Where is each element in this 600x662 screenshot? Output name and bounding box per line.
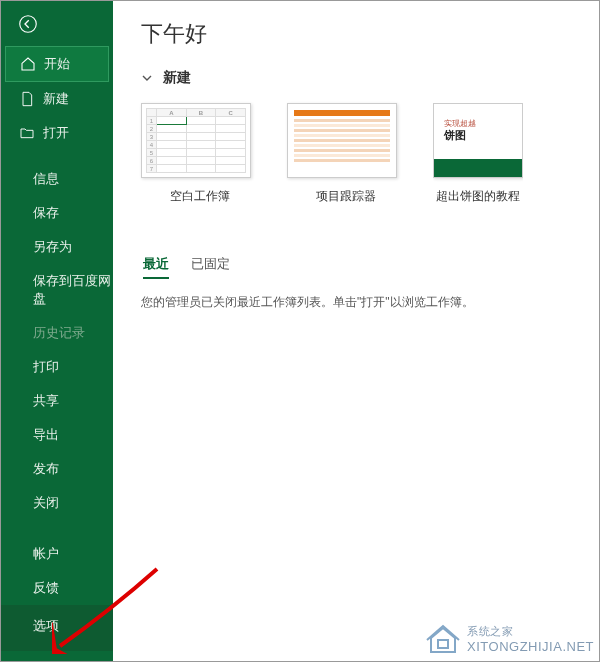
template-label: 项目跟踪器: [287, 188, 405, 205]
sidebar-item-feedback[interactable]: 反馈: [1, 571, 113, 605]
sidebar-item-label: 保存到百度网盘: [33, 272, 113, 308]
sidebar-item-label: 打印: [33, 358, 59, 376]
sidebar-item-label: 帐户: [33, 545, 59, 563]
template-thumbnail: [287, 103, 397, 178]
chevron-down-icon: [141, 72, 153, 84]
template-gallery: ABC 1 2 3 4 5 6 7 空白工作簿: [141, 103, 599, 205]
sidebar-item-share[interactable]: 共享: [1, 384, 113, 418]
template-blank-workbook[interactable]: ABC 1 2 3 4 5 6 7 空白工作簿: [141, 103, 259, 205]
template-label: 超出饼图的教程: [433, 188, 523, 205]
sidebar-item-label: 另存为: [33, 238, 72, 256]
recent-disabled-message: 您的管理员已关闭最近工作簿列表。单击"打开"以浏览工作簿。: [141, 293, 599, 312]
sidebar-item-label: 历史记录: [33, 324, 85, 342]
back-button[interactable]: [1, 1, 113, 46]
sidebar-item-label: 反馈: [33, 579, 59, 597]
sidebar-item-options[interactable]: 选项: [1, 605, 113, 651]
back-arrow-icon: [19, 15, 37, 33]
sidebar-item-info[interactable]: 信息: [1, 162, 113, 196]
folder-open-icon: [19, 125, 35, 141]
template-project-tracker[interactable]: 项目跟踪器: [287, 103, 405, 205]
sidebar-item-label: 导出: [33, 426, 59, 444]
sidebar-item-new[interactable]: 新建: [1, 82, 113, 116]
sidebar-item-label: 保存: [33, 204, 59, 222]
sidebar-item-account[interactable]: 帐户: [1, 537, 113, 571]
template-thumbnail: ABC 1 2 3 4 5 6 7: [141, 103, 251, 178]
backstage-sidebar: 开始 新建 打开 信息 保存 另存为 保存到百度网盘 历史记录: [1, 1, 113, 661]
sidebar-item-history: 历史记录: [1, 316, 113, 350]
sidebar-item-label: 开始: [44, 55, 70, 73]
home-icon: [20, 56, 36, 72]
sidebar-item-save[interactable]: 保存: [1, 196, 113, 230]
sidebar-item-save-baidu[interactable]: 保存到百度网盘: [1, 264, 113, 316]
sidebar-item-label: 选项: [33, 617, 59, 635]
svg-point-0: [20, 16, 37, 33]
sidebar-item-label: 发布: [33, 460, 59, 478]
new-section-header[interactable]: 新建: [141, 69, 599, 87]
sidebar-item-label: 信息: [33, 170, 59, 188]
sidebar-item-label: 打开: [43, 124, 69, 142]
tab-recent[interactable]: 最近: [143, 255, 169, 279]
greeting-title: 下午好: [141, 19, 599, 49]
tab-pinned[interactable]: 已固定: [191, 255, 230, 279]
template-pie-tutorial[interactable]: 实现超越 饼图 超出饼图的教程: [433, 103, 523, 205]
template-thumbnail: 实现超越 饼图: [433, 103, 523, 178]
sidebar-item-open[interactable]: 打开: [1, 116, 113, 150]
sidebar-item-close[interactable]: 关闭: [1, 486, 113, 520]
document-icon: [19, 91, 35, 107]
sidebar-item-label: 新建: [43, 90, 69, 108]
template-label: 空白工作簿: [141, 188, 259, 205]
sidebar-item-print[interactable]: 打印: [1, 350, 113, 384]
sidebar-item-export[interactable]: 导出: [1, 418, 113, 452]
sidebar-item-label: 共享: [33, 392, 59, 410]
sidebar-item-home[interactable]: 开始: [5, 46, 109, 82]
main-content: 下午好 新建 ABC 1 2 3 4 5 6 7: [113, 1, 599, 661]
sidebar-item-save-as[interactable]: 另存为: [1, 230, 113, 264]
new-section-title: 新建: [163, 69, 191, 87]
sidebar-item-publish[interactable]: 发布: [1, 452, 113, 486]
sidebar-item-label: 关闭: [33, 494, 59, 512]
recent-tabs: 最近 已固定: [141, 255, 599, 279]
